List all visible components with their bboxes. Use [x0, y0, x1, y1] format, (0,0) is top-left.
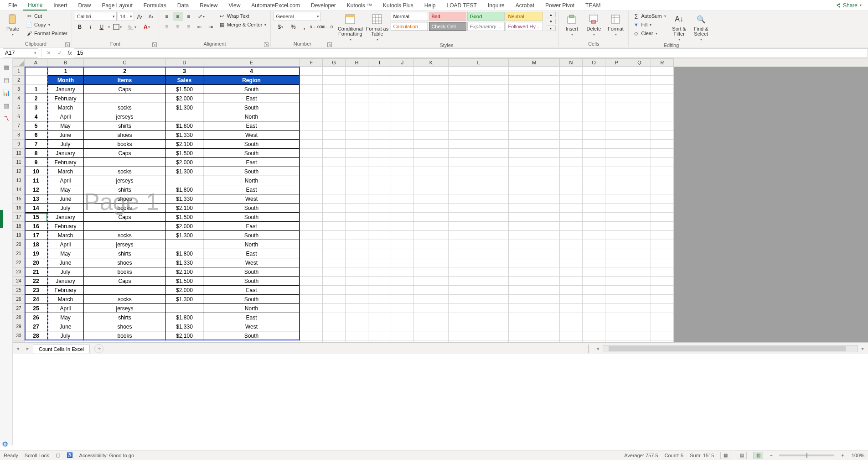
- decrease-indent-button[interactable]: ⇤: [195, 22, 205, 31]
- row-header-12[interactable]: 12: [13, 167, 25, 176]
- cell[interactable]: [560, 249, 583, 258]
- cell[interactable]: [414, 194, 449, 204]
- cell[interactable]: [391, 67, 414, 76]
- menu-tab-automateexcel-com[interactable]: AutomateExcel.com: [247, 1, 305, 10]
- cell[interactable]: [605, 76, 628, 85]
- cell[interactable]: [583, 240, 605, 249]
- align-center-button[interactable]: ≡: [173, 22, 183, 31]
- cell[interactable]: [449, 158, 509, 167]
- cell[interactable]: 23: [25, 286, 47, 295]
- fill-button[interactable]: ▼Fill ▾: [631, 21, 667, 29]
- cell[interactable]: [560, 304, 583, 313]
- col-header-H[interactable]: H: [346, 58, 368, 67]
- cell[interactable]: $2,100: [166, 204, 203, 213]
- col-header-J[interactable]: J: [391, 58, 414, 67]
- row-header-21[interactable]: 21: [13, 249, 25, 258]
- cell[interactable]: [651, 286, 674, 295]
- format-as-table-button[interactable]: Format as Table▾: [365, 12, 389, 42]
- cell[interactable]: [560, 286, 583, 295]
- cell[interactable]: [346, 103, 368, 112]
- cell[interactable]: 5: [25, 121, 47, 131]
- cell[interactable]: [368, 240, 391, 249]
- cell[interactable]: South: [203, 267, 300, 277]
- cell[interactable]: [509, 167, 560, 176]
- cell[interactable]: [346, 240, 368, 249]
- cell[interactable]: North: [203, 304, 300, 313]
- menu-tab-load-test[interactable]: LOAD TEST: [442, 1, 481, 10]
- cell[interactable]: [509, 67, 560, 76]
- cell[interactable]: [300, 313, 323, 322]
- cell[interactable]: $1,300: [166, 295, 203, 304]
- cell[interactable]: May: [47, 313, 84, 322]
- cell[interactable]: $2,100: [166, 331, 203, 340]
- cell[interactable]: [628, 140, 651, 149]
- hscrollbar[interactable]: [603, 345, 858, 352]
- cell[interactable]: [449, 222, 509, 231]
- cell[interactable]: [583, 249, 605, 258]
- cell[interactable]: [323, 185, 346, 194]
- cell[interactable]: April: [47, 112, 84, 121]
- cell[interactable]: [323, 194, 346, 204]
- row-header-23[interactable]: 23: [13, 267, 25, 277]
- cell[interactable]: [628, 231, 651, 240]
- cell[interactable]: [368, 149, 391, 158]
- cell[interactable]: [300, 158, 323, 167]
- cell[interactable]: [391, 194, 414, 204]
- cell[interactable]: [323, 258, 346, 267]
- zoom-slider[interactable]: [779, 455, 834, 456]
- cell[interactable]: 4: [203, 67, 300, 76]
- cell[interactable]: East: [203, 249, 300, 258]
- cell[interactable]: [583, 277, 605, 286]
- cell[interactable]: Caps: [84, 85, 166, 94]
- row-header-28[interactable]: 28: [13, 313, 25, 322]
- cell[interactable]: [346, 121, 368, 131]
- row-header-8[interactable]: 8: [13, 131, 25, 140]
- cell[interactable]: [651, 322, 674, 331]
- cell[interactable]: [391, 313, 414, 322]
- cell[interactable]: [368, 304, 391, 313]
- cell[interactable]: [605, 194, 628, 204]
- cell[interactable]: [651, 85, 674, 94]
- cell[interactable]: jerseys: [84, 304, 166, 313]
- cell[interactable]: Caps: [84, 149, 166, 158]
- cell[interactable]: [300, 76, 323, 85]
- cell[interactable]: [391, 240, 414, 249]
- cell[interactable]: [391, 121, 414, 131]
- cell[interactable]: $1,300: [166, 231, 203, 240]
- cell[interactable]: books: [84, 140, 166, 149]
- cell[interactable]: [368, 222, 391, 231]
- cell[interactable]: [651, 121, 674, 131]
- cell[interactable]: [300, 112, 323, 121]
- cell[interactable]: [449, 213, 509, 222]
- row-header-22[interactable]: 22: [13, 258, 25, 267]
- cell[interactable]: [628, 277, 651, 286]
- cell[interactable]: July: [47, 204, 84, 213]
- menu-tab-page-layout[interactable]: Page Layout: [97, 1, 137, 10]
- cell[interactable]: [166, 340, 203, 342]
- cell[interactable]: [560, 158, 583, 167]
- row-header-13[interactable]: 13: [13, 176, 25, 185]
- cell[interactable]: [346, 176, 368, 185]
- cell[interactable]: [414, 67, 449, 76]
- cell[interactable]: [323, 94, 346, 103]
- cell[interactable]: North: [203, 176, 300, 185]
- cell[interactable]: 9: [25, 158, 47, 167]
- col-header-N[interactable]: N: [560, 58, 583, 67]
- cell[interactable]: [368, 85, 391, 94]
- cell[interactable]: April: [47, 304, 84, 313]
- menu-tab-kutools-plus[interactable]: Kutools Plus: [378, 1, 418, 10]
- cell[interactable]: South: [203, 204, 300, 213]
- cell[interactable]: [560, 131, 583, 140]
- cell[interactable]: [628, 331, 651, 340]
- cell[interactable]: [583, 140, 605, 149]
- font-name-select[interactable]: Calibri: [75, 12, 117, 21]
- cell-style-followed-hy-[interactable]: Followed Hy...: [506, 22, 543, 31]
- cell[interactable]: [346, 340, 368, 342]
- cell-style-good[interactable]: Good: [467, 12, 505, 21]
- cell[interactable]: 8: [25, 149, 47, 158]
- settings-gear-icon[interactable]: ⚙: [2, 440, 10, 448]
- row-header-14[interactable]: 14: [13, 185, 25, 194]
- cell[interactable]: [346, 167, 368, 176]
- cell[interactable]: [628, 176, 651, 185]
- cell[interactable]: [414, 267, 449, 277]
